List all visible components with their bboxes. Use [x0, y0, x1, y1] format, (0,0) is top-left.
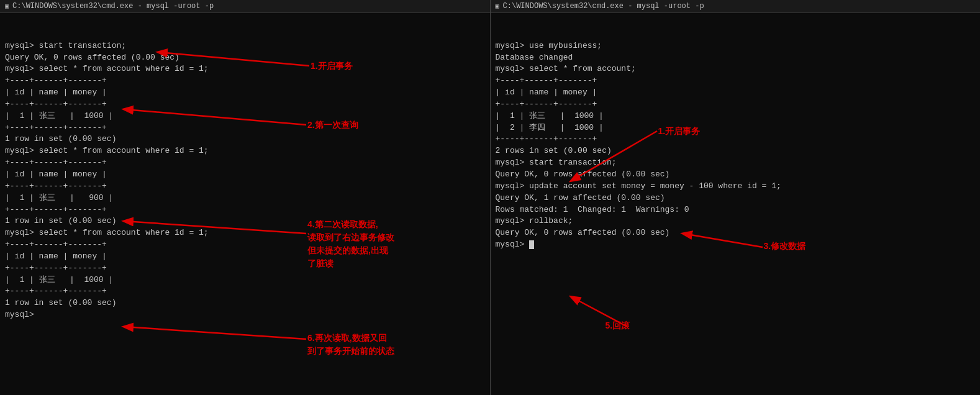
cmd-icon: ▣: [5, 2, 9, 10]
right-annotation-0: 1.开启事务: [658, 125, 701, 138]
terminal-line: mysql> select * from account;: [496, 63, 976, 75]
left-terminal: ▣ C:\WINDOWS\system32\cmd.exe - mysql -u…: [0, 0, 491, 395]
terminal-line: mysql> rollback;: [496, 216, 976, 227]
terminal-line: | 1 | 张三 | 1000 |: [5, 111, 485, 122]
annotation-2: 4.第二次读取数据, 读取到了右边事务修改 但未提交的数据,出现 了脏读: [307, 218, 394, 270]
terminal-line: +----+------+-------+: [5, 204, 485, 216]
terminal-line: +----+------+-------+: [5, 99, 485, 111]
terminal-line: +----+------+-------+: [496, 134, 976, 145]
terminal-line: | id | name | money |: [5, 87, 485, 99]
annotation-1: 2.第一次查询: [307, 119, 358, 132]
right-terminal: ▣ C:\WINDOWS\system32\cmd.exe - mysql -u…: [491, 0, 981, 395]
annotation-0: 1.开启事务: [311, 60, 353, 73]
terminal-line: +----+------+-------+: [5, 239, 485, 251]
terminal-line: 1 row in set (0.00 sec): [5, 216, 485, 227]
terminal-line: Query OK, 0 rows affected (0.00 sec): [5, 52, 485, 64]
terminal-line: | id | name | money |: [5, 251, 485, 263]
terminal-line: mysql>: [496, 239, 976, 251]
terminal-line: mysql> select * from account where id = …: [5, 227, 485, 239]
right-annotation-2: 5.回滚: [606, 319, 630, 332]
terminal-line: mysql> start transaction;: [496, 157, 976, 169]
cmd-icon-right: ▣: [496, 2, 499, 10]
terminal-line: +----+------+-------+: [5, 263, 485, 275]
terminal-line: | id | name | money |: [5, 169, 485, 181]
terminal-line: mysql>: [5, 309, 485, 321]
terminal-line: +----+------+-------+: [5, 181, 485, 193]
terminal-line: +----+------+-------+: [5, 286, 485, 297]
terminal-line: mysql> select * from account where id = …: [5, 63, 485, 75]
terminal-line: +----+------+-------+: [496, 99, 976, 111]
terminal-line: Rows matched: 1 Changed: 1 Warnings: 0: [496, 204, 976, 216]
terminal-line: 2 rows in set (0.00 sec): [496, 145, 976, 157]
svg-line-3: [124, 327, 306, 339]
right-title-text: C:\WINDOWS\system32\cmd.exe - mysql -uro…: [503, 2, 704, 11]
terminal-line: mysql> start transaction;: [5, 40, 485, 52]
terminal-line: Query OK, 0 rows affected (0.00 sec): [496, 227, 976, 239]
terminal-line: Database changed: [496, 52, 976, 64]
annotation-3: 6.再次读取,数据又回 到了事务开始前的状态: [307, 332, 394, 358]
terminal-line: +----+------+-------+: [496, 75, 976, 87]
terminal-line: mysql> use mybusiness;: [496, 40, 976, 52]
right-terminal-content: mysql> use mybusiness;Database changedmy…: [491, 13, 981, 395]
terminal-line: +----+------+-------+: [5, 122, 485, 134]
terminal-line: 1 row in set (0.00 sec): [5, 134, 485, 145]
terminal-line: mysql> update account set money = money …: [496, 181, 976, 193]
cursor: [529, 240, 534, 249]
left-title-text: C:\WINDOWS\system32\cmd.exe - mysql -uro…: [12, 2, 214, 11]
terminal-line: 1 row in set (0.00 sec): [5, 297, 485, 309]
terminal-line: | 1 | 张三 | 1000 |: [5, 275, 485, 286]
right-title-bar: ▣ C:\WINDOWS\system32\cmd.exe - mysql -u…: [491, 0, 981, 13]
terminal-line: Query OK, 0 rows affected (0.00 sec): [496, 169, 976, 181]
terminal-line: | 2 | 李四 | 1000 |: [496, 122, 976, 134]
terminal-line: | id | name | money |: [496, 87, 976, 99]
left-terminal-content: mysql> start transaction;Query OK, 0 row…: [0, 13, 490, 395]
terminal-line: mysql> select * from account where id = …: [5, 145, 485, 157]
terminal-line: +----+------+-------+: [5, 75, 485, 87]
right-annotation-1: 3.修改数据: [764, 240, 806, 253]
terminal-line: | 1 | 张三 | 900 |: [5, 193, 485, 204]
terminal-line: | 1 | 张三 | 1000 |: [496, 111, 976, 122]
terminal-line: +----+------+-------+: [5, 157, 485, 169]
terminal-line: Query OK, 1 row affected (0.00 sec): [496, 193, 976, 204]
left-title-bar: ▣ C:\WINDOWS\system32\cmd.exe - mysql -u…: [0, 0, 490, 13]
